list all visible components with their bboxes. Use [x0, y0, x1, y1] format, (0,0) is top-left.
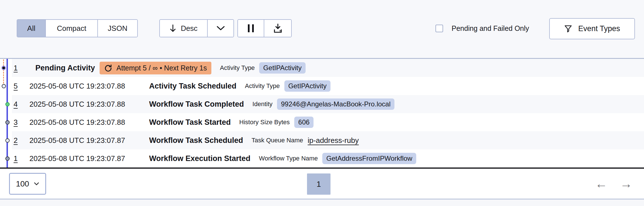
filter-funnel-icon — [564, 25, 572, 33]
sort-menu-button[interactable] — [207, 20, 233, 37]
event-attr-value-chip: GetAddressFromIPWorkflow — [322, 153, 416, 164]
event-attr-value-chip: GetIPActivity — [259, 62, 306, 74]
pending-activity-row[interactable]: 1Pending ActivityAttempt 5 / ∞ • Next Re… — [0, 59, 644, 77]
event-id-cell: 3 — [12, 118, 29, 127]
pending-failed-filter: Pending and Failed Only — [435, 19, 529, 37]
view-tab-compact[interactable]: Compact — [45, 20, 97, 37]
task-queue-link[interactable]: ip-address-ruby — [308, 136, 359, 145]
event-title: Pending Activity — [35, 64, 95, 72]
event-id-link[interactable]: 4 — [14, 100, 18, 108]
event-attr-label: Identity — [252, 100, 272, 108]
arrow-left-icon: ← — [595, 177, 607, 191]
event-title: Activity Task Scheduled — [149, 82, 237, 91]
event-timestamp: 2025-05-08 UTC 19:23:07.87 — [29, 136, 149, 145]
arrow-right-icon: → — [620, 177, 632, 191]
view-mode-toggle: All Compact JSON — [17, 19, 138, 37]
toolbar: All Compact JSON Desc — [0, 0, 644, 58]
arrow-down-icon — [169, 24, 176, 33]
pending-failed-label: Pending and Failed Only — [452, 24, 529, 33]
event-id-link[interactable]: 5 — [14, 82, 18, 90]
event-attr-value-chip: GetIPActivity — [284, 80, 331, 92]
event-types-button[interactable]: Event Types — [549, 18, 635, 39]
sort-control: Desc — [159, 19, 234, 37]
event-id-cell: 1 — [12, 64, 29, 72]
bottom-band — [0, 199, 644, 206]
pending-failed-checkbox[interactable] — [435, 25, 443, 32]
event-timestamp: 2025-05-08 UTC 19:23:07.88 — [29, 82, 149, 91]
history-actions — [237, 19, 292, 37]
event-title: Workflow Task Scheduled — [149, 136, 243, 145]
chevron-down-icon — [216, 26, 225, 31]
page-size-select[interactable]: 100 — [9, 173, 46, 195]
event-timestamp: 2025-05-08 UTC 19:23:07.88 — [29, 100, 149, 109]
retry-attempt-badge: Attempt 5 / ∞ • Next Retry 1s — [100, 62, 212, 74]
event-types-label: Event Types — [578, 24, 620, 33]
event-attr-label: History Size Bytes — [239, 119, 290, 126]
view-tab-json[interactable]: JSON — [97, 20, 137, 37]
view-tab-all[interactable]: All — [17, 20, 45, 37]
event-attr-label: Activity Type — [220, 64, 255, 72]
event-attr-value-chip: 99246@Angelas-MacBook-Pro.local — [277, 98, 394, 110]
event-attr-label: Activity Type — [245, 82, 280, 90]
event-row[interactable]: 52025-05-08 UTC 19:23:07.88Activity Task… — [0, 77, 644, 95]
page-size-value: 100 — [16, 179, 29, 188]
retry-badge-text: Attempt 5 / ∞ • Next Retry 1s — [117, 64, 207, 72]
event-id-cell: 5 — [12, 82, 29, 91]
download-icon — [273, 23, 283, 33]
event-row[interactable]: 22025-05-08 UTC 19:23:07.87Workflow Task… — [0, 131, 644, 149]
chevron-down-icon — [34, 182, 39, 186]
current-page-button[interactable]: 1 — [307, 173, 330, 195]
event-timestamp: 2025-05-08 UTC 19:23:07.88 — [29, 118, 149, 127]
prev-page-button[interactable]: ← — [591, 177, 611, 191]
pause-icon — [248, 24, 254, 32]
event-id-link[interactable]: 1 — [14, 154, 18, 163]
event-id-link[interactable]: 3 — [14, 118, 18, 126]
event-timestamp: 2025-05-08 UTC 19:23:07.87 — [29, 154, 149, 163]
sort-label: Desc — [181, 24, 198, 33]
pause-button[interactable] — [238, 20, 264, 37]
event-title: Workflow Task Completed — [149, 100, 244, 109]
event-title: Workflow Task Started — [149, 118, 231, 127]
event-id-cell: 2 — [12, 136, 29, 145]
event-attr-label: Task Queue Name — [252, 137, 303, 144]
event-row[interactable]: 32025-05-08 UTC 19:23:07.88Workflow Task… — [0, 113, 644, 131]
next-page-button[interactable]: → — [616, 177, 636, 191]
event-attr-value-chip: 606 — [294, 117, 314, 128]
event-id-cell: 1 — [12, 154, 29, 163]
event-history-table: 1Pending ActivityAttempt 5 / ∞ • Next Re… — [0, 58, 644, 168]
event-title: Workflow Execution Started — [149, 154, 250, 163]
event-table-rows: 1Pending ActivityAttempt 5 / ∞ • Next Re… — [0, 59, 644, 168]
retry-icon — [104, 64, 112, 72]
event-id-link[interactable]: 1 — [14, 64, 18, 72]
event-row[interactable]: 12025-05-08 UTC 19:23:07.87Workflow Exec… — [0, 149, 644, 168]
sort-desc-button[interactable]: Desc — [160, 20, 207, 37]
download-button[interactable] — [264, 20, 291, 37]
event-id-cell: 4 — [12, 100, 29, 109]
event-id-link[interactable]: 2 — [14, 136, 18, 145]
event-row[interactable]: 42025-05-08 UTC 19:23:07.88Workflow Task… — [0, 95, 644, 113]
pagination-bar: 100 1 ← → — [0, 169, 644, 199]
event-attr-label: Workflow Type Name — [259, 155, 318, 162]
